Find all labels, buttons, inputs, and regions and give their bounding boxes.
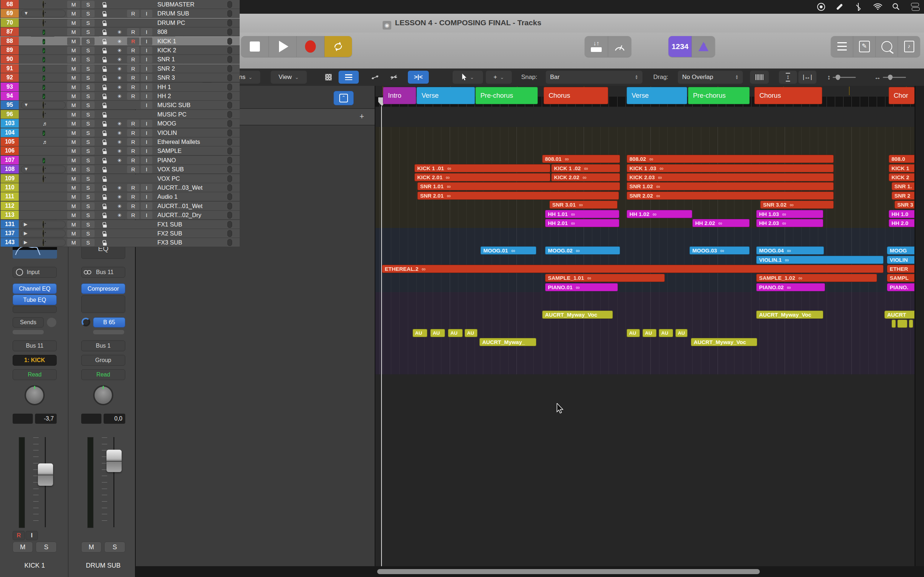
solo-button[interactable]: S xyxy=(82,221,95,228)
input-monitor-button[interactable]: I xyxy=(26,531,38,540)
track-row[interactable]: 113 ▼ ▶ ♪ ♬ M S ✳ R I AUCRT...02_Dry xyxy=(0,211,240,220)
track-name[interactable]: AUCRT...01_Wet xyxy=(157,201,226,210)
track-name[interactable]: HH 2 xyxy=(157,92,226,100)
freeze-icon[interactable]: ✳ xyxy=(113,47,126,54)
mute-button[interactable]: M xyxy=(67,193,80,200)
input-monitor-button[interactable]: I xyxy=(141,56,152,63)
pan-knob[interactable] xyxy=(93,385,113,405)
region[interactable]: PIANO.01∞ xyxy=(545,283,618,292)
audio-fx-slot-1[interactable]: Channel EQ xyxy=(13,284,57,294)
record-enable-button[interactable]: R xyxy=(127,56,139,63)
track-name[interactable]: MOOG xyxy=(157,119,226,128)
screen-recording-icon[interactable] xyxy=(817,3,825,11)
track-name[interactable]: FX2 SUB xyxy=(157,229,226,238)
disclosure-down-icon[interactable]: ▼ xyxy=(24,10,29,16)
region[interactable]: KICK 2.02∞ xyxy=(551,173,620,181)
snap-select[interactable]: Bar▲▼ xyxy=(546,71,643,84)
track-row[interactable]: 89 ▼ ▶ ♪ ♬ M S ✳ R I KICK 2 xyxy=(0,46,240,55)
input-monitor-button[interactable]: I xyxy=(141,120,152,127)
protect-lock-icon[interactable] xyxy=(98,1,111,8)
solo-button[interactable]: S xyxy=(82,193,95,200)
group-slot[interactable]: Group xyxy=(81,355,125,366)
freeze-icon[interactable]: ✳ xyxy=(113,138,126,146)
track-row[interactable]: 69 ▼ ▶ ♪ ♬ M S ✳ R I DRUM SUB xyxy=(0,9,240,18)
protect-lock-icon[interactable] xyxy=(98,83,111,91)
region[interactable]: SNR 2∞ xyxy=(892,192,914,200)
region[interactable]: VIOLIN.1∞ xyxy=(756,256,884,264)
track-name[interactable]: SNR 3 xyxy=(157,73,226,82)
protect-lock-icon[interactable] xyxy=(98,56,111,63)
mute-button[interactable]: M xyxy=(67,65,80,73)
wrench-icon[interactable] xyxy=(836,3,844,11)
horizontal-fit-button[interactable]: |↔| xyxy=(798,71,816,84)
region[interactable]: SNR 2.01∞ xyxy=(417,192,619,200)
region[interactable]: PIANO.02∞ xyxy=(756,283,825,292)
region[interactable]: MOOG.01∞ xyxy=(480,246,536,255)
list-view-icon[interactable] xyxy=(339,71,359,84)
region[interactable]: HH 1.03∞ xyxy=(756,210,823,218)
solo-button[interactable]: S xyxy=(82,37,95,45)
arrangement-marker[interactable]: Chor xyxy=(888,87,914,104)
region[interactable]: SNR 1.02∞ xyxy=(627,182,834,190)
mute-button[interactable]: M xyxy=(67,221,80,228)
cycle-button[interactable] xyxy=(325,36,352,57)
input-monitor-button[interactable]: I xyxy=(141,193,152,200)
solo-button[interactable]: S xyxy=(82,102,95,109)
freeze-icon[interactable]: ✳ xyxy=(113,120,126,127)
input-monitor-button[interactable]: I xyxy=(141,138,152,146)
track-row[interactable]: 108 ▼ ▶ ♪ ♬ M S ✳ R I VOX SUB xyxy=(0,165,240,174)
region[interactable]: KICK 1 .03∞ xyxy=(627,164,834,172)
secondary-tool-button[interactable]: +⌄ xyxy=(486,71,512,84)
input-slot[interactable]: Bus 11 xyxy=(81,267,125,278)
group-slot[interactable]: 1: KICK xyxy=(13,355,57,366)
input-monitor-button[interactable]: I xyxy=(141,28,152,36)
track-name[interactable]: AUCRT...02_Dry xyxy=(157,211,226,219)
region[interactable]: SNR 1.01∞ xyxy=(417,182,620,190)
region[interactable]: KICK 2∞ xyxy=(888,173,914,181)
region[interactable]: HH 2.01∞ xyxy=(545,219,619,227)
record-enable-button[interactable]: R xyxy=(127,193,139,200)
protect-lock-icon[interactable] xyxy=(98,147,111,155)
region[interactable]: MOOG.02∞ xyxy=(545,246,620,255)
protect-lock-icon[interactable] xyxy=(98,221,111,228)
freeze-icon[interactable]: ✳ xyxy=(113,129,126,137)
record-enable-button[interactable]: R xyxy=(127,147,139,155)
disclosure-right-icon[interactable]: ▶ xyxy=(24,221,27,227)
solo-button[interactable]: S xyxy=(82,1,95,8)
track-row[interactable]: 95 ▼ ▶ ♪ ♬ M S ✳ R I MUSIC SUB xyxy=(0,101,240,110)
region[interactable]: MOOG.04∞ xyxy=(756,246,824,255)
record-enable-button[interactable]: R xyxy=(127,37,139,45)
region[interactable]: KICK 1 .01∞ xyxy=(414,164,551,172)
mute-button[interactable]: M xyxy=(67,184,80,192)
region[interactable]: AUCRT_Myway_Voc∞ xyxy=(691,338,757,346)
play-button[interactable] xyxy=(269,36,297,57)
track-name[interactable]: KICK 2 xyxy=(157,46,226,55)
track-row[interactable]: 107 ▼ ▶ ♪ ♬ M S ✳ R I PIANO xyxy=(0,156,240,165)
freeze-icon[interactable]: ✳ xyxy=(113,74,126,82)
solo-button[interactable]: S xyxy=(82,120,95,127)
track-name[interactable]: DRUM SUB xyxy=(157,9,226,18)
region[interactable]: AU∞ xyxy=(412,329,427,337)
stop-button[interactable] xyxy=(241,36,269,57)
protect-lock-icon[interactable] xyxy=(98,211,111,219)
region[interactable]: 808.02∞ xyxy=(627,155,834,163)
record-enable-button[interactable]: R xyxy=(127,65,139,73)
output-slot[interactable]: Bus 1 xyxy=(81,340,125,351)
track-name[interactable]: MUSIC SUB xyxy=(157,101,226,109)
arrange-area[interactable]: IntroVersePre-chorusChorusVersePre-choru… xyxy=(375,86,914,566)
input-monitor-button[interactable]: I xyxy=(141,83,152,91)
track-row[interactable]: 131 ▼ ▶ ♪ ♬ M S ✳ R I FX1 SUB xyxy=(0,220,240,229)
track-name[interactable]: AUCRT...03_Wet xyxy=(157,183,226,192)
input-monitor-button[interactable]: I xyxy=(141,92,152,100)
output-slot[interactable]: Bus 11 xyxy=(13,340,57,351)
volume-value[interactable]: -3,7 xyxy=(35,414,57,424)
solo-button[interactable]: S xyxy=(82,83,95,91)
track-row[interactable]: 96 ▼ ▶ ♪ ♬ M S ✳ R I MUSIC PC xyxy=(0,110,240,119)
solo-button[interactable]: S xyxy=(82,239,95,246)
track-row[interactable]: 143 ▼ ▶ ♪ ♬ M S ✳ R I FX3 SUB xyxy=(0,238,240,247)
freeze-icon[interactable]: ✳ xyxy=(113,92,126,100)
note-pads-button[interactable]: ✎ xyxy=(853,36,876,57)
track-name[interactable]: HH 1 xyxy=(157,82,226,91)
freeze-icon[interactable]: ✳ xyxy=(113,211,126,219)
solo-button[interactable]: S xyxy=(82,147,95,155)
